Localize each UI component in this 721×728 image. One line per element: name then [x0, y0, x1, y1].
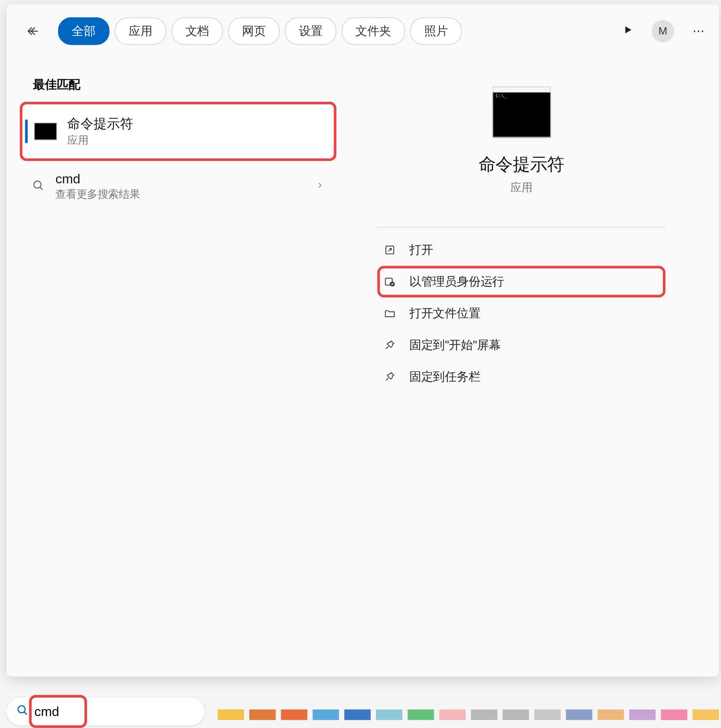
action-open-0[interactable]: 打开: [378, 234, 665, 266]
filter-tab-3[interactable]: 网页: [228, 17, 280, 45]
preview-title: 命令提示符: [479, 153, 564, 176]
color-swatch: [566, 709, 592, 720]
action-label: 以管理员身份运行: [409, 274, 504, 289]
play-button[interactable]: [622, 25, 633, 38]
color-swatch: [218, 709, 244, 720]
preview-subtitle: 应用: [510, 180, 533, 195]
color-swatch: [503, 709, 529, 720]
filter-tab-1[interactable]: 应用: [115, 17, 166, 45]
filter-tab-6[interactable]: 照片: [410, 17, 462, 45]
taskbar-color-swatches: [218, 709, 721, 720]
search-result-1[interactable]: cmd查看更多搜索结果: [20, 161, 336, 213]
color-swatch: [598, 709, 624, 720]
color-swatch: [249, 709, 276, 720]
preview-pane: C:\_ 命令提示符 应用 打开以管理员身份运行打开文件位置固定到"开始"屏幕固…: [336, 65, 706, 663]
result-title: cmd: [55, 171, 140, 187]
color-swatch: [534, 709, 561, 720]
result-title: 命令提示符: [67, 115, 133, 133]
filter-tabs: 全部应用文档网页设置文件夹照片: [58, 17, 462, 45]
more-button[interactable]: ⋯: [693, 24, 706, 38]
admin-icon: [383, 274, 397, 289]
search-icon: [32, 179, 45, 194]
chevron-right-icon: [315, 181, 324, 193]
cmd-icon: C:\_: [492, 91, 550, 137]
action-label: 打开: [409, 242, 433, 258]
color-swatch: [629, 709, 655, 720]
filter-tab-4[interactable]: 设置: [285, 17, 336, 45]
folder-icon: [383, 306, 397, 321]
filter-tab-0[interactable]: 全部: [58, 17, 110, 45]
svg-point-0: [34, 181, 41, 188]
result-subtitle: 应用: [67, 134, 133, 148]
result-subtitle: 查看更多搜索结果: [55, 188, 140, 202]
pin-icon: [383, 338, 397, 352]
filter-tab-2[interactable]: 文档: [171, 17, 223, 45]
action-pin-4[interactable]: 固定到任务栏: [378, 361, 665, 393]
pin-icon: [383, 369, 397, 384]
color-swatch: [281, 709, 308, 720]
divider: [378, 227, 665, 228]
search-input[interactable]: [34, 704, 201, 719]
taskbar-search: [7, 694, 204, 728]
color-swatch: [344, 709, 371, 720]
color-swatch: [408, 709, 434, 720]
action-label: 固定到任务栏: [409, 369, 481, 384]
search-result-0[interactable]: 命令提示符应用: [20, 102, 336, 161]
search-window: 全部应用文档网页设置文件夹照片 M ⋯ 最佳匹配 命令提示符应用cmd查看更多搜…: [7, 4, 719, 677]
action-folder-2[interactable]: 打开文件位置: [378, 297, 665, 329]
color-swatch: [439, 709, 466, 720]
action-label: 打开文件位置: [409, 305, 481, 321]
action-label: 固定到"开始"屏幕: [409, 337, 501, 353]
color-swatch: [312, 709, 339, 720]
color-swatch: [471, 709, 497, 720]
search-box[interactable]: [7, 698, 204, 725]
search-icon: [16, 704, 29, 719]
color-swatch: [661, 709, 687, 720]
open-icon: [383, 243, 397, 257]
svg-point-4: [18, 706, 25, 713]
action-admin-1[interactable]: 以管理员身份运行: [378, 266, 665, 297]
user-avatar[interactable]: M: [652, 20, 674, 42]
results-pane: 最佳匹配 命令提示符应用cmd查看更多搜索结果: [20, 65, 336, 663]
action-pin-3[interactable]: 固定到"开始"屏幕: [378, 329, 665, 361]
color-swatch: [376, 709, 402, 720]
back-button[interactable]: [20, 18, 46, 44]
header: 全部应用文档网页设置文件夹照片 M ⋯: [7, 4, 719, 58]
cmd-icon: [34, 123, 56, 140]
color-swatch: [693, 709, 719, 720]
best-match-heading: 最佳匹配: [20, 65, 336, 102]
filter-tab-5[interactable]: 文件夹: [342, 17, 405, 45]
